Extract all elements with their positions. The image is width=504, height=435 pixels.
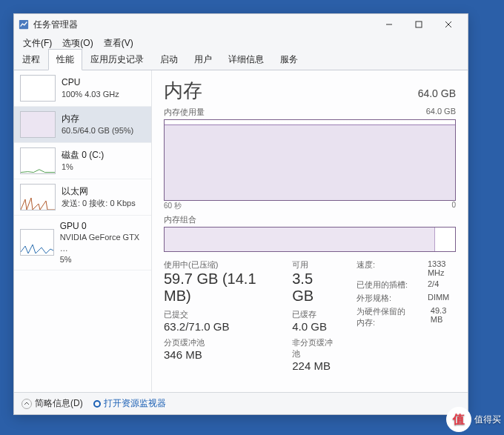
memory-composition-chart [164,227,456,252]
stat-avail-value: 3.5 GB [292,270,334,305]
sidebar-item-disk[interactable]: 磁盘 0 (C:) 1% [14,143,151,179]
maximize-button[interactable] [404,15,434,34]
fewer-details-toggle[interactable]: 简略信息(D) [21,397,83,410]
open-resource-monitor-link[interactable]: 打开资源监视器 [93,397,166,410]
link-label: 打开资源监视器 [104,397,166,410]
comp-label: 内存组合 [164,214,456,225]
spec-speed-v: 1333 MHz [428,259,456,277]
tab-processes[interactable]: 进程 [14,49,48,70]
ethernet-thumb-icon [20,184,56,210]
sidebar-gpu-label: GPU 0 [60,220,145,232]
stat-inuse-value: 59.7 GB (14.1 MB) [164,270,270,305]
tab-services[interactable]: 服务 [272,49,306,70]
toggle-label: 简略信息(D) [35,397,83,410]
stat-inuse-label: 使用中(已压缩) [164,259,270,270]
sidebar-gpu-sub: NVIDIA GeForce GTX … [60,232,145,254]
sidebar-disk-sub: 1% [62,162,104,173]
sidebar-item-cpu[interactable]: CPU 100% 4.03 GHz [14,70,151,107]
watermark-icon: 值 [446,407,471,432]
stat-paged-label: 分页缓冲池 [164,337,270,348]
memory-thumb-icon [20,111,56,138]
sidebar-item-gpu[interactable]: GPU 0 NVIDIA GeForce GTX … 5% [14,216,151,270]
tab-startup[interactable]: 启动 [152,49,186,70]
spec-slots-v: 2/4 [428,279,439,290]
stat-avail-label: 可用 [292,259,334,270]
tab-strip: 进程 性能 应用历史记录 启动 用户 详细信息 服务 [14,51,468,70]
monitor-icon [93,400,101,408]
stat-nonpaged-label: 非分页缓冲池 [292,337,334,359]
sidebar-gpu-sub2: 5% [60,254,145,265]
window-title: 任务管理器 [33,19,374,31]
stat-nonpaged-value: 224 MB [292,359,334,372]
titlebar[interactable]: 任务管理器 [14,14,468,35]
sidebar-cpu-label: CPU [62,76,119,88]
stat-cached-label: 已缓存 [292,309,334,320]
svg-rect-2 [416,21,422,27]
spec-slots-k: 已使用的插槽: [357,279,410,290]
task-manager-window: 任务管理器 文件(F) 选项(O) 查看(V) 进程 性能 应用历史记录 启动 … [13,13,468,415]
sidebar-item-ethernet[interactable]: 以太网 发送: 0 接收: 0 Kbps [14,179,151,216]
usage-max: 64.0 GB [426,107,456,118]
tab-performance[interactable]: 性能 [48,49,82,70]
sidebar-disk-label: 磁盘 0 (C:) [62,149,104,161]
content-body: CPU 100% 4.03 GHz 内存 60.5/64.0 GB (95%) … [14,70,468,392]
time-axis: 60 秒 [164,201,182,211]
zero-axis: 0 [451,201,456,211]
detail-title: 内存 [164,78,202,104]
sidebar-memory-label: 内存 [62,113,133,124]
chevron-up-icon [21,399,32,409]
minimize-button[interactable] [374,15,404,34]
spec-reserved-v: 49.3 MB [431,306,456,328]
app-icon [19,19,29,30]
stats-block: 使用中(已压缩) 59.7 GB (14.1 MB) 已提交 63.2/71.0… [164,259,456,372]
footer: 简略信息(D) 打开资源监视器 [14,392,468,414]
spec-form-v: DIMM [428,293,449,304]
cpu-thumb-icon [20,75,56,102]
tab-details[interactable]: 详细信息 [220,49,272,70]
stat-commit-value: 63.2/71.0 GB [164,320,270,333]
watermark-text: 值得买 [474,414,501,426]
spec-speed-k: 速度: [357,259,410,277]
sidebar-eth-sub: 发送: 0 接收: 0 Kbps [62,198,136,209]
stat-paged-value: 346 MB [164,348,270,361]
tab-users[interactable]: 用户 [186,49,220,70]
tab-app-history[interactable]: 应用历史记录 [82,49,152,70]
stat-cached-value: 4.0 GB [292,320,334,333]
sidebar-eth-label: 以太网 [62,185,136,197]
usage-label: 内存使用量 [164,107,205,118]
window-controls [374,15,463,34]
detail-pane: 内存 64.0 GB 内存使用量 64.0 GB 60 秒 0 内存组合 使用中… [152,70,468,392]
sidebar: CPU 100% 4.03 GHz 内存 60.5/64.0 GB (95%) … [14,70,152,392]
stat-commit-label: 已提交 [164,309,270,320]
close-button[interactable] [434,15,463,34]
sidebar-memory-sub: 60.5/64.0 GB (95%) [62,125,133,136]
detail-total: 64.0 GB [418,87,456,99]
sidebar-cpu-sub: 100% 4.03 GHz [62,89,119,100]
memory-usage-chart [164,119,456,201]
spec-reserved-k: 为硬件保留的内存: [357,306,413,328]
spec-form-k: 外形规格: [357,293,410,304]
sidebar-item-memory[interactable]: 内存 60.5/64.0 GB (95%) [14,107,151,143]
watermark: 值 值得买 [446,407,501,432]
gpu-thumb-icon [20,229,54,256]
disk-thumb-icon [20,147,56,174]
